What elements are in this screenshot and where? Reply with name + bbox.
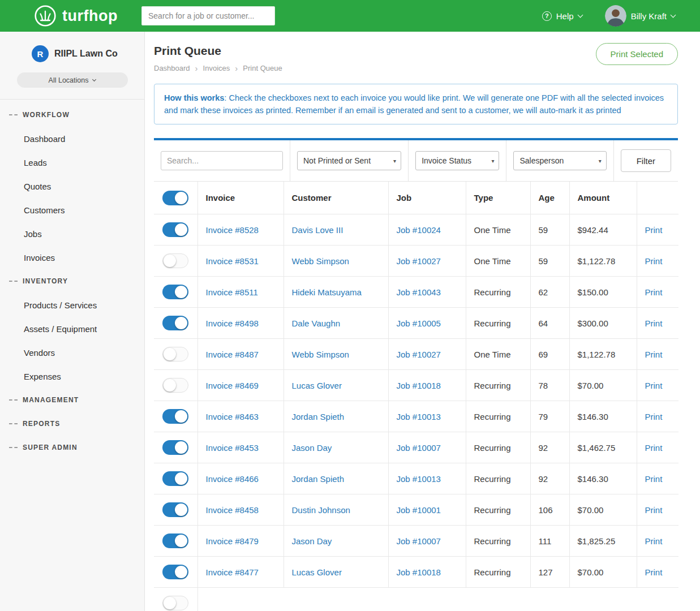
print-link[interactable]: Print xyxy=(645,225,663,235)
customer-link[interactable]: Lucas Glover xyxy=(292,381,342,390)
invoice-link[interactable]: Invoice #8528 xyxy=(206,225,259,235)
locations-dropdown[interactable]: All Locations xyxy=(17,72,128,88)
row-select-toggle[interactable] xyxy=(162,347,188,362)
sidebar-nav: WORKFLOWDashboardLeadsQuotesCustomersJob… xyxy=(0,100,144,459)
print-link[interactable]: Print xyxy=(645,443,663,453)
customer-link[interactable]: Dale Vaughn xyxy=(292,319,341,328)
invoice-link[interactable]: Invoice #8479 xyxy=(206,536,259,546)
customer-link[interactable]: Davis Love III xyxy=(292,225,343,235)
printed-filter-select[interactable]: Not Printed or Sent ▾ xyxy=(297,151,401,170)
print-link[interactable]: Print xyxy=(645,412,663,421)
customer-link[interactable]: Webb Simpson xyxy=(292,256,349,266)
sidebar-section-management[interactable]: MANAGEMENT xyxy=(0,388,144,412)
row-select-toggle[interactable] xyxy=(162,222,188,237)
invoice-link[interactable]: Invoice #8531 xyxy=(206,256,259,266)
customer-link[interactable]: Lucas Glover xyxy=(292,567,342,577)
row-select-toggle[interactable] xyxy=(162,502,188,517)
sidebar-section-reports[interactable]: REPORTS xyxy=(0,412,144,436)
job-link[interactable]: Job #10013 xyxy=(397,412,441,421)
row-select-toggle[interactable] xyxy=(162,285,188,299)
invoice-link[interactable]: Invoice #8498 xyxy=(206,319,259,328)
info-body: : Check the checkboxes next to each invo… xyxy=(164,93,664,115)
job-link[interactable]: Job #10024 xyxy=(397,225,441,235)
print-link[interactable]: Print xyxy=(645,381,663,390)
invoice-link[interactable]: Invoice #8463 xyxy=(206,412,259,421)
invoice-status-select[interactable]: Invoice Status ▾ xyxy=(415,151,499,170)
user-menu[interactable]: Billy Kraft xyxy=(605,5,675,27)
company-header[interactable]: R RIIPL Lawn Co xyxy=(0,32,144,62)
breadcrumb-invoices[interactable]: Invoices xyxy=(203,64,230,72)
print-link[interactable]: Print xyxy=(645,505,663,515)
sidebar-item-dashboard[interactable]: Dashboard xyxy=(0,127,144,150)
invoice-link[interactable]: Invoice #8453 xyxy=(206,443,259,453)
job-link[interactable]: Job #10007 xyxy=(397,536,441,546)
print-link[interactable]: Print xyxy=(645,350,663,359)
print-link[interactable]: Print xyxy=(645,287,663,297)
customer-link[interactable]: Jason Day xyxy=(292,536,332,546)
invoice-link[interactable]: Invoice #8511 xyxy=(206,287,258,297)
row-select-toggle[interactable] xyxy=(162,409,188,424)
filter-button-cell: Filter xyxy=(613,140,678,181)
print-link[interactable]: Print xyxy=(645,319,663,328)
help-menu[interactable]: ? Help xyxy=(542,11,582,21)
job-link[interactable]: Job #10001 xyxy=(397,505,441,515)
invoice-link[interactable]: Invoice #8469 xyxy=(206,381,259,390)
row-select-toggle[interactable] xyxy=(162,596,188,610)
invoice-link[interactable]: Invoice #8487 xyxy=(206,350,259,359)
sidebar-item-products-services[interactable]: Products / Services xyxy=(0,293,144,317)
invoice-amount: $300.00 xyxy=(578,319,608,328)
sidebar-item-customers[interactable]: Customers xyxy=(0,198,144,222)
row-select-toggle[interactable] xyxy=(162,316,188,330)
toggle-knob xyxy=(175,317,187,329)
customer-link[interactable]: Webb Simpson xyxy=(292,350,349,359)
job-link[interactable]: Job #10013 xyxy=(397,474,441,484)
sidebar-item-expenses[interactable]: Expenses xyxy=(0,364,144,388)
sidebar-item-quotes[interactable]: Quotes xyxy=(0,174,144,198)
table-row: Invoice #8531Webb SimpsonJob #10027One T… xyxy=(154,246,678,277)
job-link[interactable]: Job #10018 xyxy=(397,567,441,577)
table-search-input[interactable] xyxy=(161,151,283,170)
toggle-knob xyxy=(175,504,187,516)
job-link[interactable]: Job #10018 xyxy=(397,381,441,390)
print-link[interactable]: Print xyxy=(645,536,663,546)
job-link[interactable]: Job #10027 xyxy=(397,350,441,359)
sidebar-item-assets-equipment[interactable]: Assets / Equipment xyxy=(0,317,144,341)
row-select-toggle[interactable] xyxy=(162,471,188,486)
brand[interactable]: turfhop xyxy=(34,5,118,27)
customer-link[interactable]: Dustin Johnson xyxy=(292,505,350,515)
row-select-toggle[interactable] xyxy=(162,440,188,455)
section-dash-icon xyxy=(9,447,18,448)
customer-link[interactable]: Jordan Spieth xyxy=(292,412,345,421)
invoice-link[interactable]: Invoice #8466 xyxy=(206,474,259,484)
job-link[interactable]: Job #10043 xyxy=(397,287,441,297)
print-link[interactable]: Print xyxy=(645,567,663,577)
sidebar-section-inventory[interactable]: INVENTORY xyxy=(0,269,144,293)
toggle-knob xyxy=(175,410,187,423)
job-link[interactable]: Job #10005 xyxy=(397,319,441,328)
row-select-toggle[interactable] xyxy=(162,378,188,393)
sidebar-item-vendors[interactable]: Vendors xyxy=(0,341,144,364)
sidebar-item-jobs[interactable]: Jobs xyxy=(0,222,144,246)
customer-link[interactable]: Jordan Spieth xyxy=(292,474,345,484)
print-link[interactable]: Print xyxy=(645,256,663,266)
sidebar-item-leads[interactable]: Leads xyxy=(0,150,144,174)
global-search-input[interactable] xyxy=(141,6,275,25)
job-link[interactable]: Job #10027 xyxy=(397,256,441,266)
sidebar-section-super-admin[interactable]: SUPER ADMIN xyxy=(0,436,144,459)
breadcrumb-dashboard[interactable]: Dashboard xyxy=(154,64,190,72)
customer-link[interactable]: Hideki Matsuyama xyxy=(292,287,362,297)
row-select-toggle[interactable] xyxy=(162,533,188,548)
print-selected-button[interactable]: Print Selected xyxy=(596,43,678,65)
job-link[interactable]: Job #10007 xyxy=(397,443,441,453)
sidebar-section-workflow[interactable]: WORKFLOW xyxy=(0,103,144,127)
invoice-link[interactable]: Invoice #8477 xyxy=(206,567,259,577)
row-select-toggle[interactable] xyxy=(162,253,188,268)
invoice-link[interactable]: Invoice #8458 xyxy=(206,505,259,515)
customer-link[interactable]: Jason Day xyxy=(292,443,332,453)
select-all-toggle[interactable] xyxy=(162,191,188,205)
salesperson-select[interactable]: Salesperson ▾ xyxy=(513,151,606,170)
print-link[interactable]: Print xyxy=(645,474,663,484)
sidebar-item-invoices[interactable]: Invoices xyxy=(0,246,144,269)
filter-button[interactable]: Filter xyxy=(621,149,671,172)
row-select-toggle[interactable] xyxy=(162,565,188,579)
